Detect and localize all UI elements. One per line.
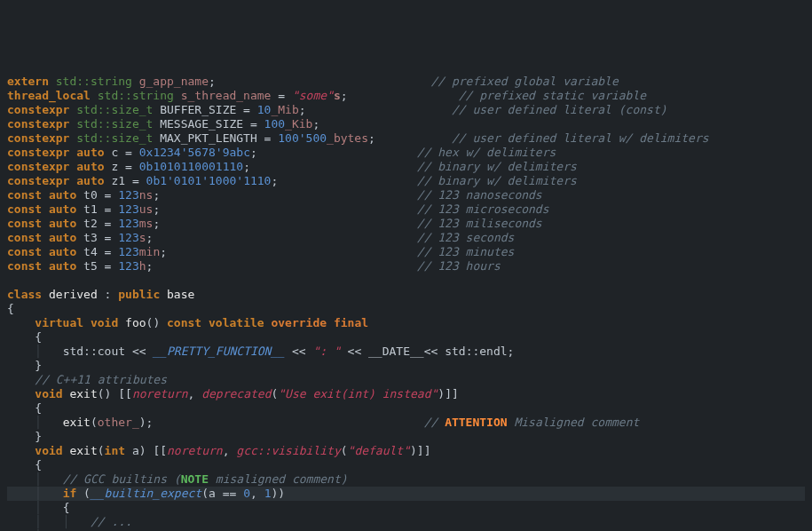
func-name: foo [125, 316, 146, 329]
attr-gcc-visibility: gcc::visibility [236, 444, 340, 457]
kw-const: const [7, 188, 42, 202]
var-name: c [111, 146, 118, 159]
kw-extern: extern [7, 75, 49, 88]
number: 10 [257, 103, 272, 116]
comment-rest: misaligned comment) [209, 472, 348, 486]
kw-auto: auto [49, 245, 76, 258]
class-decl: class derived : public base [7, 288, 194, 301]
kw-const: const [167, 316, 201, 329]
kw-auto: auto [76, 160, 104, 173]
number: 123 [118, 259, 138, 273]
kw-constexpr: constexpr [7, 117, 69, 131]
brace-close: } [7, 430, 42, 443]
brace-open: { [7, 302, 14, 315]
comment: // user defined literal w/ delimiters [452, 131, 709, 145]
comment: // user defined literal (const) [452, 103, 667, 116]
kw-void: void [35, 444, 62, 457]
kw-auto: auto [49, 188, 76, 202]
kw-const: const [7, 259, 42, 273]
string-literal: "Use exit(int) instead" [278, 387, 438, 400]
if-line-highlighted: │ if (__builtin_expect(a == 0, 1)) [7, 487, 805, 501]
method-foo-decl: virtual void foo() const volatile overri… [7, 316, 368, 329]
number: 123 [118, 245, 138, 258]
number-zero: 0 [243, 487, 250, 500]
literal-suffix: min [139, 245, 160, 258]
line-12: const auto t3 = 123s; // 123 seconds [7, 231, 514, 244]
kw-void: void [91, 316, 118, 329]
comment: // C++11 attributes [35, 373, 167, 386]
kw-const: const [7, 231, 42, 244]
brace-close: } [7, 359, 42, 372]
exit1-decl: void exit(int a) [[noreturn, gcc::visibi… [7, 444, 431, 457]
static-var: s_thread_name [181, 89, 272, 102]
builtin-expect: __builtin_expect [91, 487, 201, 500]
kw-constexpr: constexpr [7, 103, 69, 116]
kw-final: final [334, 316, 368, 329]
brace-open: { [7, 401, 42, 415]
kw-constexpr: constexpr [7, 146, 69, 159]
type-sizet: std::size_t [76, 131, 153, 145]
std-endl: std::endl [445, 345, 507, 358]
var-name: t3 [83, 231, 98, 244]
kw-threadlocal: thread_local [7, 89, 91, 102]
const-name: MESSAGE_SIZE [160, 117, 243, 131]
var-name: z1 [111, 174, 125, 187]
comment-lead: // GCC builtins ( [63, 472, 181, 486]
comment-dots: // ... [91, 515, 132, 528]
literal-suffix: s [334, 89, 341, 102]
base-class: base [167, 288, 194, 301]
comment: // 123 hours [417, 259, 501, 273]
comment: // 123 nanoseconds [417, 188, 542, 202]
kw-virtual: virtual [35, 316, 83, 329]
var-name: t4 [83, 245, 98, 258]
kw-auto: auto [49, 202, 76, 216]
var-name: t0 [83, 188, 98, 202]
type-sizet: std::size_t [76, 103, 153, 116]
line-10: const auto t1 = 123us; // 123 microsecon… [7, 202, 549, 216]
literal-suffix: _Mib [271, 103, 298, 116]
kw-void: void [35, 387, 62, 400]
comment: // prefixed global variable [430, 75, 618, 88]
number: 123 [118, 231, 138, 244]
kw-class: class [7, 288, 42, 301]
line-3: constexpr std::size_t BUFFER_SIZE = 10_M… [7, 103, 667, 116]
line-1: extern std::string g_app_name; // prefix… [7, 75, 619, 88]
kw-constexpr: constexpr [7, 131, 69, 145]
cpp11-comment: // C++11 attributes [7, 373, 167, 386]
kw-if: if [63, 487, 77, 500]
bin-literal: 0b1010110001110 [139, 160, 243, 173]
func-exit: exit [69, 444, 97, 457]
number: 100 [264, 117, 285, 131]
line-8: constexpr auto z1 = 0b1'0101'1000'1110; … [7, 174, 577, 187]
string-literal: "default" [348, 444, 410, 457]
class-name: derived [49, 288, 98, 301]
kw-volatile: volatile [209, 316, 264, 329]
kw-override: override [271, 316, 327, 329]
const-name: BUFFER_SIZE [160, 103, 236, 116]
hex-literal: 0x1234'5678'9abc [139, 146, 250, 159]
line-6: constexpr auto c = 0x1234'5678'9abc; // … [7, 146, 556, 159]
kw-const: const [7, 217, 42, 230]
var-name: z [111, 160, 118, 173]
date-macro: __DATE__ [368, 345, 424, 358]
line-4: constexpr std::size_t MESSAGE_SIZE = 100… [7, 117, 319, 131]
std-cout: std::cout [63, 345, 125, 358]
line-13: const auto t4 = 123min; // 123 minutes [7, 245, 514, 258]
kw-constexpr: constexpr [7, 160, 69, 173]
brace-open: { [7, 330, 42, 344]
string-literal: ": " [312, 345, 340, 358]
code-block: extern std::string g_app_name; // prefix… [7, 60, 805, 531]
comment: // 123 miliseconds [417, 217, 542, 230]
comment: // 123 microseconds [417, 202, 549, 216]
comment: // prefixed static variable [459, 89, 646, 102]
arg-a: a [209, 487, 216, 500]
comment-rest: Misaligned comment [508, 416, 640, 429]
literal-suffix: _bytes [327, 131, 368, 145]
literal-suffix: ns [139, 188, 154, 202]
kw-int: int [105, 444, 125, 457]
type-stdstring: std::string [98, 89, 174, 102]
number: 100'500 [278, 131, 327, 145]
kw-const: const [7, 202, 42, 216]
kw-auto: auto [49, 259, 76, 273]
kw-auto: auto [76, 146, 104, 159]
